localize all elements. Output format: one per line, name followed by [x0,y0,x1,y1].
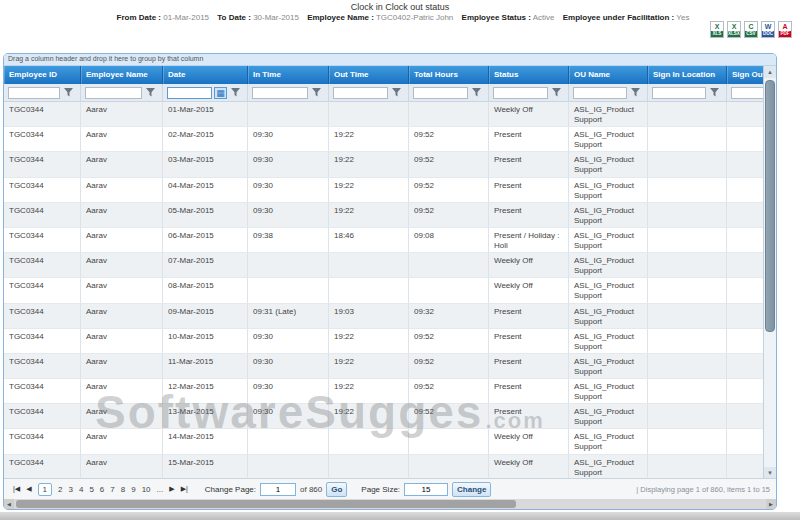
filter-input[interactable] [573,87,627,99]
page-size-change-button[interactable]: Change [452,482,491,497]
scroll-up-icon[interactable]: ▲ [764,66,776,78]
table-row[interactable]: TGC0344Aarav12-Mar-201509:3019:2209:52Pr… [4,379,777,404]
scroll-left-icon[interactable]: ◀ [4,499,14,509]
filter-funnel-icon[interactable] [229,87,241,99]
table-row[interactable]: TGC0344Aarav10-Mar-201509:3019:2209:52Pr… [4,329,777,354]
column-header-status[interactable]: Status [489,66,569,84]
calendar-icon[interactable]: ▦ [214,87,227,99]
page-number-1[interactable]: 1 [38,483,52,496]
horizontal-scrollbar[interactable]: ◀ ▶ [4,499,776,509]
filter-input[interactable] [652,87,706,99]
table-row[interactable]: TGC0344Aarav05-Mar-201509:3019:2209:52Pr… [4,203,777,228]
table-cell [409,278,489,303]
column-header-employee-id[interactable]: Employee ID [4,66,81,84]
table-cell: 01-Mar-2015 [163,102,248,127]
filter-funnel-icon[interactable] [550,87,562,99]
table-row[interactable]: TGC0344Aarav07-Mar-2015Weekly OffASL_IG_… [4,253,777,278]
table-row[interactable]: TGC0344Aarav09-Mar-201509:31 (Late)19:03… [4,304,777,329]
export-xlsx-icon[interactable]: XXLSX [727,21,741,38]
page-number-9[interactable]: 9 [131,485,135,494]
column-header-total-hours[interactable]: Total Hours [409,66,489,84]
last-page-button[interactable]: ▶| [181,485,188,493]
filter-input[interactable] [85,87,142,99]
page-number-4[interactable]: 4 [79,485,83,494]
table-cell: ASL_IG_Product Support [569,354,648,379]
page-number-5[interactable]: 5 [89,485,93,494]
column-header-date[interactable]: Date [163,66,248,84]
vertical-scrollbar[interactable]: ▲ ▼ [763,66,776,479]
table-cell: TGC0344 [4,304,81,329]
page-size-input[interactable] [404,483,448,496]
file-type-label: CSV [745,31,757,37]
filter-funnel-icon[interactable] [708,87,720,99]
export-doc-icon[interactable]: WDOC [761,21,775,38]
column-header-sign-in-location[interactable]: Sign In Location [648,66,727,84]
page-number-8[interactable]: 8 [121,485,125,494]
table-row[interactable]: TGC0344Aarav08-Mar-2015Weekly OffASL_IG_… [4,278,777,303]
vertical-scrollbar-thumb[interactable] [765,80,775,332]
pager-ellipsis[interactable]: ... [157,485,164,494]
filter-funnel-icon[interactable] [144,87,156,99]
filter-input[interactable] [167,87,212,99]
table-cell [648,429,727,454]
table-cell: 09:30 [248,379,329,404]
filter-input[interactable] [333,87,388,99]
page-number-2[interactable]: 2 [58,485,62,494]
page-number-3[interactable]: 3 [69,485,73,494]
column-header-in-time[interactable]: In Time [248,66,329,84]
table-cell [648,354,727,379]
first-page-button[interactable]: |◀ [13,485,20,493]
filter-funnel-icon[interactable] [310,87,322,99]
table-cell: Present [489,152,569,177]
filter-funnel-icon[interactable] [629,87,641,99]
filter-funnel-icon[interactable] [62,87,74,99]
table-row[interactable]: TGC0344Aarav06-Mar-201509:3818:4609:08Pr… [4,228,777,253]
scroll-right-icon[interactable]: ▶ [766,499,776,509]
file-glyph: X [711,22,723,31]
table-row[interactable]: TGC0344Aarav11-Mar-201509:3019:2209:52Pr… [4,354,777,379]
filter-input[interactable] [252,87,308,99]
page-number-10[interactable]: 10 [142,485,151,494]
table-cell: 09:52 [409,152,489,177]
table-cell: 05-Mar-2015 [163,203,248,228]
table-cell: Present [489,379,569,404]
filter-input[interactable] [413,87,468,99]
column-header-out-time[interactable]: Out Time [329,66,409,84]
column-header-ou-name[interactable]: OU Name [569,66,648,84]
table-row[interactable]: TGC0344Aarav14-Mar-2015Weekly OffASL_IG_… [4,429,777,454]
horizontal-scrollbar-thumb[interactable] [16,500,516,508]
export-pdf-icon[interactable]: APDF [778,21,792,38]
table-cell: TGC0344 [4,379,81,404]
filter-input[interactable] [8,87,60,99]
grid-filter-row: ▦ [4,84,777,102]
table-cell: TGC0344 [4,253,81,278]
go-button[interactable]: Go [326,482,347,497]
page-number-7[interactable]: 7 [110,485,114,494]
filter-input[interactable] [493,87,548,99]
table-row[interactable]: TGC0344Aarav01-Mar-2015Weekly OffASL_IG_… [4,102,777,127]
table-row[interactable]: TGC0344Aarav04-Mar-201509:3019:2209:52Pr… [4,178,777,203]
table-row[interactable]: TGC0344Aarav02-Mar-201509:3019:2209:52Pr… [4,127,777,152]
next-page-button[interactable]: ▶ [169,485,174,493]
table-row[interactable]: TGC0344Aarav15-Mar-2015Weekly OffASL_IG_… [4,455,777,480]
table-row[interactable]: TGC0344Aarav13-Mar-201509:3019:2209:52Pr… [4,404,777,429]
export-csv-icon[interactable]: CCSV [744,21,758,38]
table-cell [329,102,409,127]
table-cell [648,404,727,429]
change-page-input[interactable] [260,483,296,496]
export-xls-icon[interactable]: XXLS [710,21,724,38]
of-pages-label: of 860 [300,485,322,494]
page-number-6[interactable]: 6 [100,485,104,494]
meta-label: Employee Name : [307,13,374,22]
table-cell: TGC0344 [4,102,81,127]
export-toolbar: XXLSXXLSXCCSVWDOCAPDF [710,21,792,38]
column-header-employee-name[interactable]: Employee Name [81,66,163,84]
prev-page-button[interactable]: ◀ [26,485,31,493]
table-row[interactable]: TGC0344Aarav03-Mar-201509:3019:2209:52Pr… [4,152,777,177]
table-cell: ASL_IG_Product Support [569,228,648,253]
table-cell [409,455,489,480]
filter-funnel-icon[interactable] [470,87,482,99]
group-by-drop-zone[interactable]: Drag a column header and drop it here to… [4,54,776,66]
table-cell: Aarav [81,354,163,379]
filter-funnel-icon[interactable] [390,87,402,99]
